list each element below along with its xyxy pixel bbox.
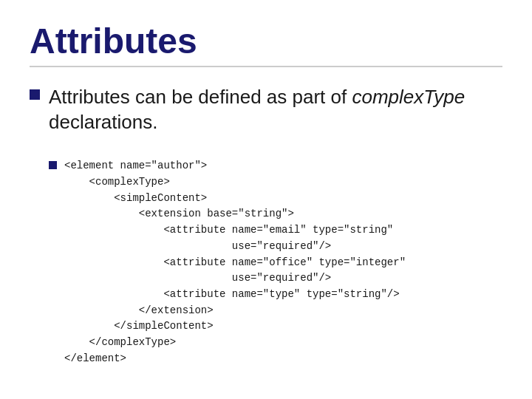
bullet-text-italic: complexType [352, 86, 465, 108]
code-block: <element name="author"> <complexType> <s… [64, 158, 406, 366]
slide-title: Attributes [30, 22, 502, 61]
main-bullet-text: Attributes can be defined as part of com… [49, 85, 502, 135]
sub-bullet-item: <element name="author"> <complexType> <s… [49, 158, 502, 366]
main-content: Attributes can be defined as part of com… [30, 85, 502, 367]
bullet-text-part2: declarations. [49, 111, 157, 133]
bullet-square [30, 89, 40, 100]
sub-bullet-square [49, 161, 57, 169]
bullet-text-part1: Attributes can be defined as part of [49, 86, 352, 108]
main-bullet-item: Attributes can be defined as part of com… [30, 85, 502, 135]
title-divider [30, 66, 502, 67]
slide: Attributes Attributes can be defined as … [0, 0, 532, 399]
